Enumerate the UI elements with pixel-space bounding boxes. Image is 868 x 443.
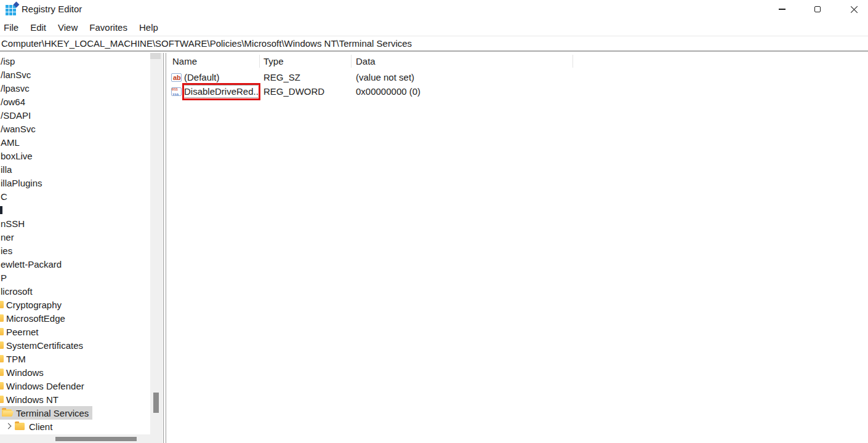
value-data: (value not set) <box>356 70 414 84</box>
reg-dword-icon <box>171 87 182 96</box>
tree-item-label: /isp <box>1 56 15 66</box>
tree-item[interactable]: C <box>0 190 150 203</box>
folder-icon <box>0 381 4 391</box>
tree-item-label: illaPlugins <box>1 178 42 188</box>
close-button[interactable] <box>840 0 868 18</box>
tree-item[interactable]: TPM <box>0 352 150 365</box>
minimize-button[interactable] <box>768 0 796 18</box>
tree-item[interactable]: MicrosoftEdge <box>0 311 150 325</box>
tree-item[interactable]: illaPlugins <box>0 176 150 190</box>
value-name-cell[interactable]: (Default) <box>171 70 220 84</box>
tree-item[interactable]: /isp <box>0 54 150 68</box>
reg-sz-icon <box>171 73 182 82</box>
tree-item[interactable]: Cryptography <box>0 298 150 311</box>
clipped-key-fragment <box>0 206 2 214</box>
tree-item[interactable]: /SDAPI <box>0 108 150 122</box>
window-title: Registry Editor <box>22 4 82 14</box>
tree-item[interactable]: ner <box>0 230 150 244</box>
menu-view[interactable]: View <box>58 22 78 33</box>
tree-vertical-scrollbar-thumb[interactable] <box>153 393 159 413</box>
registry-editor-icon <box>6 4 17 15</box>
tree-item-label: Client <box>29 421 52 432</box>
tree-item-label: Peernet <box>6 327 39 337</box>
tree-item[interactable]: Windows <box>0 365 150 379</box>
tree-horizontal-scrollbar[interactable] <box>0 434 163 443</box>
tree-vertical-scrollbar[interactable] <box>150 53 163 434</box>
maximize-button[interactable] <box>803 0 832 18</box>
column-divider[interactable] <box>351 55 352 68</box>
column-header-name[interactable]: Name <box>172 56 197 66</box>
column-divider[interactable] <box>259 55 260 68</box>
tree-item-label: nSSH <box>1 218 25 229</box>
tree-item[interactable]: licrosoft <box>0 284 150 298</box>
tree-horizontal-scrollbar-thumb[interactable] <box>55 437 137 441</box>
menu-help[interactable]: Help <box>139 22 158 33</box>
column-header-data[interactable]: Data <box>356 56 376 66</box>
address-bar[interactable]: Computer\HKEY_LOCAL_MACHINE\SOFTWARE\Pol… <box>0 36 868 52</box>
tree-item-label: /wanSvc <box>1 124 36 134</box>
tree-item-label: Cryptography <box>6 300 62 310</box>
menu-bar: File Edit View Favorites Help <box>0 18 868 36</box>
registry-value-row[interactable]: (Default)REG_SZ(value not set) <box>167 70 868 84</box>
registry-value-row[interactable]: DisableDriveRed...REG_DWORD0x00000000 (0… <box>167 84 868 98</box>
tree-item-label: AML <box>1 137 20 148</box>
maximize-icon <box>814 6 821 12</box>
tree-item-label: MicrosoftEdge <box>6 313 65 324</box>
column-header-type[interactable]: Type <box>263 56 284 66</box>
tree-item-label: Windows <box>6 367 44 378</box>
tree-item-label: SystemCertificates <box>6 340 83 351</box>
tree-item[interactable]: AML <box>0 135 150 149</box>
tree-item[interactable]: ewlett-Packard <box>0 257 150 271</box>
menu-favorites[interactable]: Favorites <box>89 22 127 33</box>
tree-item-label: Windows NT <box>6 394 58 405</box>
value-type: REG_SZ <box>263 70 300 84</box>
tree-item-label: ewlett-Packard <box>1 259 62 269</box>
tree-item[interactable]: Terminal Services <box>0 406 150 420</box>
value-name: DisableDriveRed... <box>184 86 259 97</box>
value-data: 0x00000000 (0) <box>356 84 420 98</box>
tree-item[interactable]: Windows NT <box>0 393 150 406</box>
tree-item-label: TPM <box>6 354 26 364</box>
tree-pane: /isp/lanSvc/lpasvc/ow64/SDAPI/wanSvcAMLb… <box>0 53 150 434</box>
menu-edit[interactable]: Edit <box>30 22 46 33</box>
tree-item[interactable]: boxLive <box>0 149 150 162</box>
menu-file[interactable]: File <box>4 22 18 33</box>
content-area: /isp/lanSvc/lpasvc/ow64/SDAPI/wanSvcAMLb… <box>0 53 868 443</box>
pane-splitter[interactable] <box>163 53 166 443</box>
tree-item[interactable]: P <box>0 271 150 284</box>
tree-item[interactable]: /wanSvc <box>0 122 150 135</box>
tree-item[interactable]: Peernet <box>0 325 150 338</box>
tree-item[interactable]: /lanSvc <box>0 68 150 81</box>
tree-item[interactable]: ies <box>0 244 150 257</box>
folder-icon <box>15 423 25 430</box>
column-divider[interactable] <box>573 55 573 68</box>
tree-item[interactable]: /lpasvc <box>0 81 150 95</box>
tree-item[interactable]: Client <box>0 420 150 433</box>
tree-item-label: /lpasvc <box>1 83 30 94</box>
value-name-cell[interactable]: DisableDriveRed... <box>171 84 259 98</box>
minimize-icon <box>779 9 786 9</box>
folder-icon <box>0 354 4 364</box>
tree-item-label: P <box>1 273 7 283</box>
tree-item-label: /SDAPI <box>1 110 31 121</box>
tree-item-label: illa <box>1 164 12 175</box>
folder-icon <box>0 327 4 337</box>
selected-tree-item[interactable]: Terminal Services <box>0 406 92 420</box>
tree-item[interactable]: illa <box>0 162 150 176</box>
chevron-right-icon[interactable] <box>5 423 11 429</box>
folder-icon <box>0 340 4 350</box>
list-header: Name Type Data <box>167 53 868 70</box>
open-folder-icon <box>2 409 12 417</box>
value-type: REG_DWORD <box>263 84 324 98</box>
value-list-rows: (Default)REG_SZ(value not set)DisableDri… <box>167 70 868 98</box>
tree-item[interactable]: Windows Defender <box>0 379 150 393</box>
tree-item-label: C <box>1 191 7 202</box>
tree-item-label: Windows Defender <box>6 381 84 391</box>
folder-icon <box>0 313 4 323</box>
tree-item-label: licrosoft <box>1 286 33 297</box>
tree-item[interactable]: SystemCertificates <box>0 338 150 352</box>
tree-item[interactable] <box>0 203 150 217</box>
tree-item[interactable]: /ow64 <box>0 95 150 108</box>
tree-item[interactable]: nSSH <box>0 217 150 230</box>
value-name: (Default) <box>184 72 220 82</box>
